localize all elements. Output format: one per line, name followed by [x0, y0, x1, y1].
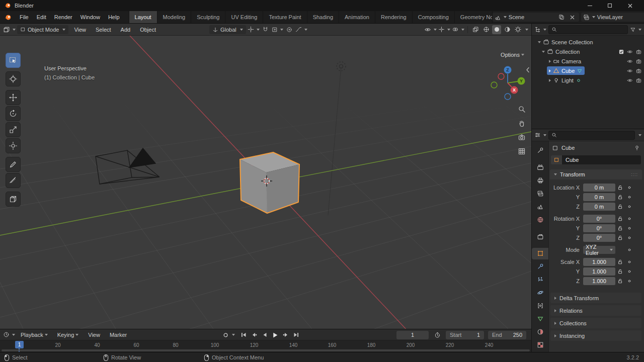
render-visibility-toggle[interactable]	[635, 77, 642, 83]
properties-editor-type-button[interactable]	[534, 131, 546, 140]
pivot-point-button[interactable]	[248, 25, 260, 34]
tool-transform[interactable]	[6, 138, 21, 153]
navigation-gizmo[interactable]: Z Y X	[488, 63, 528, 103]
options-button[interactable]: Options	[501, 52, 524, 58]
object-id-icon-button[interactable]	[551, 155, 562, 164]
outliner-row-collection[interactable]: Collection	[532, 47, 644, 56]
start-frame-field[interactable]: Start 1	[446, 331, 484, 339]
disclosure-icon[interactable]	[549, 69, 551, 72]
menu-help[interactable]: Help	[104, 11, 124, 23]
workspace-tab-layout[interactable]: Layout	[129, 11, 157, 23]
tab-particles[interactable]	[532, 274, 548, 286]
workspace-tab-modeling[interactable]: Modeling	[157, 11, 191, 23]
tab-physics[interactable]	[532, 287, 548, 299]
outliner-row-cube[interactable]: Cube	[532, 66, 644, 75]
pin-icon[interactable]	[634, 145, 640, 151]
tab-tool[interactable]	[532, 144, 548, 156]
scene-name[interactable]: Scene	[509, 14, 555, 20]
outliner-row-scene-collection[interactable]: Scene Collection	[532, 37, 644, 47]
tab-view-layer[interactable]	[532, 188, 548, 200]
scale-z-field[interactable]: 1.000	[583, 277, 615, 285]
location-x-field[interactable]: 0 m	[583, 184, 615, 192]
lock-button[interactable]	[615, 194, 625, 200]
disclosure-icon[interactable]	[542, 51, 545, 53]
shading-wireframe-button[interactable]	[481, 25, 491, 34]
jump-to-start-button[interactable]	[238, 330, 248, 339]
animate-decorator[interactable]	[625, 195, 633, 200]
lock-button[interactable]	[615, 235, 625, 241]
tool-scale[interactable]	[6, 122, 21, 137]
viewport-menu-select[interactable]: Select	[92, 27, 115, 33]
timeline-menu-marker[interactable]: Marker	[106, 332, 131, 338]
disclosure-icon[interactable]	[538, 41, 541, 43]
rotation-x-field[interactable]: 0°	[583, 215, 615, 223]
hide-eye-toggle[interactable]	[626, 58, 633, 64]
maximize-button[interactable]	[600, 0, 620, 11]
lock-button[interactable]	[615, 216, 625, 222]
prev-keyframe-button[interactable]	[249, 330, 259, 339]
disclosure-icon[interactable]	[549, 60, 551, 63]
play-button[interactable]	[270, 330, 280, 339]
timeline-ruler[interactable]: 20 40 60 80 100 120 140 160 180 200 220 …	[0, 340, 531, 352]
lock-button[interactable]	[615, 278, 625, 284]
gizmo-negative-y[interactable]	[491, 82, 497, 88]
timeline-editor[interactable]: Playback Keying View Marker	[0, 329, 531, 352]
render-visibility-toggle[interactable]	[635, 68, 642, 74]
panel-drag-dots[interactable]: ::::	[631, 172, 638, 177]
chevron-down-icon[interactable]	[638, 134, 641, 136]
outliner[interactable]: Scene Collection Collection	[532, 24, 644, 129]
animate-decorator[interactable]	[625, 226, 633, 231]
workspace-tab-compositing[interactable]: Compositing	[412, 11, 454, 23]
workspace-tab-uv-editing[interactable]: UV Editing	[225, 11, 263, 23]
render-visibility-toggle[interactable]	[635, 49, 642, 55]
tab-render[interactable]	[532, 161, 548, 173]
xray-toggle[interactable]	[471, 25, 480, 34]
outliner-row-camera[interactable]: Camera	[532, 56, 644, 66]
tool-annotate[interactable]	[6, 157, 21, 172]
end-frame-field[interactable]: End 250	[488, 331, 526, 339]
blender-menu-button[interactable]	[0, 11, 16, 23]
menu-file[interactable]: File	[16, 11, 33, 23]
outliner-search-input[interactable]	[548, 25, 628, 34]
tab-collection[interactable]	[532, 231, 548, 243]
exclude-checkbox[interactable]	[618, 49, 624, 55]
tool-move[interactable]	[6, 90, 21, 105]
workspace-tab-animation[interactable]: Animation	[339, 11, 375, 23]
tool-measure[interactable]	[6, 173, 21, 188]
proportional-edit-toggle[interactable]	[285, 25, 294, 34]
section-relations[interactable]: Relations	[550, 305, 641, 316]
playhead[interactable]: 1	[15, 341, 24, 348]
render-visibility-toggle[interactable]	[635, 58, 642, 64]
menu-window[interactable]: Window	[76, 11, 104, 23]
hide-eye-toggle[interactable]	[626, 77, 633, 83]
tab-modifiers[interactable]	[532, 260, 548, 273]
overlays-button[interactable]	[452, 25, 464, 34]
unlink-scene-button[interactable]	[568, 13, 577, 22]
gizmos-button[interactable]	[438, 25, 450, 34]
next-keyframe-button[interactable]	[281, 330, 290, 339]
tab-material[interactable]	[532, 326, 548, 338]
timeline-menu-keying[interactable]: Keying	[53, 332, 83, 338]
timeline-menu-playback[interactable]: Playback	[17, 332, 52, 338]
disclosure-icon[interactable]	[549, 79, 551, 82]
section-instancing[interactable]: Instancing	[550, 330, 641, 341]
zoom-tool[interactable]	[517, 104, 527, 114]
orthographic-toggle[interactable]	[517, 146, 527, 156]
viewport-menu-add[interactable]: Add	[117, 27, 135, 33]
falloff-button[interactable]	[295, 25, 307, 34]
tool-select-box[interactable]	[6, 53, 21, 68]
cube-object[interactable]	[240, 152, 299, 213]
snap-toggle[interactable]	[261, 25, 270, 34]
snap-target-button[interactable]	[272, 25, 283, 34]
animate-decorator[interactable]	[625, 279, 633, 284]
gizmo-negative-z[interactable]	[505, 94, 511, 100]
hide-eye-toggle[interactable]	[626, 68, 633, 74]
animate-decorator[interactable]	[625, 235, 633, 240]
shading-solid-button[interactable]	[492, 25, 501, 34]
shading-rendered-button[interactable]	[513, 25, 522, 34]
lock-button[interactable]	[615, 185, 625, 191]
workspace-tab-shading[interactable]: Shading	[307, 11, 339, 23]
animate-decorator[interactable]	[625, 269, 633, 274]
rotation-y-field[interactable]: 0°	[583, 224, 615, 232]
menu-edit[interactable]: Edit	[33, 11, 50, 23]
